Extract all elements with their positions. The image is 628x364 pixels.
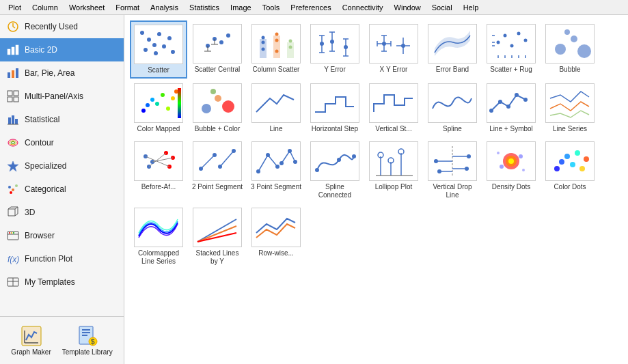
sidebar-label-browser: Browser — [25, 231, 55, 240]
svg-point-96 — [517, 32, 521, 36]
chart-grid: Scatter Scatter Central — [130, 20, 623, 269]
chart-label-colormap-line-series: Colormapped Line Series — [133, 249, 184, 266]
sidebar-item-3d[interactable]: 3D — [0, 201, 124, 224]
sidebar: Recently Used Basic 2D — [0, 15, 124, 364]
sidebar-item-basic-2d[interactable]: Basic 2D — [0, 38, 124, 61]
sidebar-label-3d: 3D — [25, 208, 35, 217]
menu-image[interactable]: Image — [225, 2, 257, 13]
menu-analysis[interactable]: Analysis — [145, 2, 184, 13]
menu-connectivity[interactable]: Connectivity — [337, 2, 389, 13]
menu-column[interactable]: Column — [27, 2, 64, 13]
sidebar-item-statistical[interactable]: Statistical — [0, 108, 124, 131]
svg-rect-10 — [14, 91, 18, 96]
chart-item-spline[interactable]: Spline — [424, 80, 481, 137]
svg-point-113 — [155, 102, 159, 106]
chart-item-lollipop-plot[interactable]: Lollipop Plot — [365, 138, 422, 203]
menu-bar: Plot Column Worksheet Format Analysis St… — [0, 0, 628, 15]
chart-item-before-after[interactable]: Before-Af... — [130, 138, 187, 203]
chart-item-color-mapped[interactable]: Color Mapped — [130, 80, 187, 137]
svg-point-120 — [215, 95, 221, 102]
chart-item-horizontal-step[interactable]: Horizontal Step — [306, 80, 364, 137]
sidebar-item-bar-pie-area[interactable]: Bar, Pie, Area — [0, 61, 124, 85]
menu-help[interactable]: Help — [458, 2, 484, 13]
chart-thumb-horizontal-step — [310, 83, 359, 123]
chart-item-error-band[interactable]: Error Band — [424, 20, 481, 79]
chart-item-line-symbol[interactable]: Line + Symbol — [482, 80, 540, 137]
chart-item-line[interactable]: Line — [247, 80, 305, 137]
sidebar-item-specialized[interactable]: Specialized — [0, 154, 124, 178]
graph-maker-label: Graph Maker — [11, 348, 51, 356]
template-library-button[interactable]: $ Template Library — [59, 322, 115, 359]
chart-item-3-point-segment[interactable]: 3 Point Segment — [247, 138, 305, 203]
chart-item-line-series[interactable]: Line Series — [541, 80, 599, 137]
chart-thumb-stacked-lines — [193, 208, 242, 247]
graph-maker-button[interactable]: Graph Maker — [8, 322, 53, 359]
chart-thumb-bubble-color — [193, 83, 242, 123]
svg-point-114 — [161, 93, 165, 97]
svg-point-176 — [559, 159, 564, 165]
chart-item-density-dots[interactable]: Density Dots — [482, 138, 540, 203]
menu-format[interactable]: Format — [110, 2, 145, 13]
svg-rect-15 — [15, 119, 18, 124]
svg-point-48 — [167, 36, 172, 40]
chart-item-y-error[interactable]: Y Error — [306, 20, 364, 79]
svg-point-122 — [210, 89, 216, 94]
svg-point-74 — [320, 42, 324, 46]
chart-thumb-line-series — [545, 83, 595, 123]
chart-label-scatter: Scatter — [148, 66, 169, 74]
chart-item-scatter-rug[interactable]: Scatter + Rug — [482, 20, 540, 79]
chart-thumb-spline-connected — [310, 141, 359, 181]
chart-thumb-column-scatter — [251, 24, 301, 64]
chart-item-vertical-step[interactable]: Vertical St... — [365, 80, 422, 137]
chart-item-spline-connected[interactable]: Spline Connected — [306, 138, 364, 203]
chart-item-vertical-drop-line[interactable]: Vertical Drop Line — [424, 138, 481, 203]
chart-label-color-dots: Color Dots — [554, 183, 586, 191]
sidebar-item-browser[interactable]: Browser — [0, 224, 124, 247]
menu-worksheet[interactable]: Worksheet — [64, 2, 110, 13]
menu-statistics[interactable]: Statistics — [184, 2, 225, 13]
chart-item-2-point-segment[interactable]: 2 Point Segment — [189, 138, 246, 203]
clock-icon — [5, 19, 21, 34]
svg-point-109 — [564, 29, 570, 35]
stat-icon — [5, 112, 21, 127]
svg-point-179 — [575, 150, 580, 156]
svg-rect-68 — [287, 42, 294, 58]
svg-point-44 — [147, 38, 151, 42]
chart-label-row-wise: Row-wise... — [258, 249, 294, 257]
chart-item-scatter[interactable]: Scatter — [130, 20, 187, 79]
menu-window[interactable]: Window — [389, 2, 426, 13]
chart-item-column-scatter[interactable]: Column Scatter — [247, 20, 305, 79]
chart-item-stacked-lines[interactable]: Stacked Lines by Y — [189, 204, 246, 269]
svg-point-151 — [352, 154, 356, 158]
menu-preferences[interactable]: Preferences — [285, 2, 336, 13]
chart-item-bubble-color[interactable]: Bubble + Color — [189, 80, 246, 137]
menu-tools[interactable]: Tools — [257, 2, 286, 13]
sidebar-item-my-templates[interactable]: My Templates — [0, 270, 124, 294]
svg-point-92 — [401, 44, 405, 48]
chart-item-row-wise[interactable]: Row-wise... — [247, 204, 305, 269]
chart-label-scatter-central: Scatter Central — [195, 66, 241, 74]
svg-point-171 — [500, 165, 504, 169]
chart-item-bubble[interactable]: Bubble — [541, 20, 599, 79]
chart-label-scatter-rug: Scatter + Rug — [490, 66, 532, 74]
sidebar-label-categorical: Categorical — [25, 184, 66, 194]
svg-point-173 — [497, 152, 500, 154]
sidebar-item-categorical[interactable]: Categorical — [0, 178, 124, 201]
chart-label-before-after: Before-Af... — [141, 183, 176, 191]
svg-point-126 — [515, 93, 519, 97]
sidebar-item-recently-used[interactable]: Recently Used — [0, 15, 124, 38]
chart-item-scatter-central[interactable]: Scatter Central — [189, 20, 246, 79]
menu-plot[interactable]: Plot — [3, 2, 27, 13]
menu-social[interactable]: Social — [426, 2, 458, 13]
sidebar-item-function-plot[interactable]: f(x) Function Plot — [0, 247, 124, 270]
svg-rect-13 — [8, 117, 11, 124]
chart-item-x-y-error[interactable]: X Y Error — [365, 20, 422, 79]
chart-item-colormap-line-series[interactable]: Colormapped Line Series — [130, 204, 187, 269]
sidebar-item-multi-panel[interactable]: Multi-Panel/Axis — [0, 85, 124, 108]
chart-item-color-dots[interactable]: Color Dots — [541, 138, 599, 203]
chart-thumb-before-after — [134, 141, 183, 181]
svg-point-51 — [154, 51, 158, 55]
svg-point-23 — [15, 184, 18, 187]
sidebar-item-contour[interactable]: Contour — [0, 131, 124, 154]
chart-label-spline: Spline — [443, 125, 462, 133]
